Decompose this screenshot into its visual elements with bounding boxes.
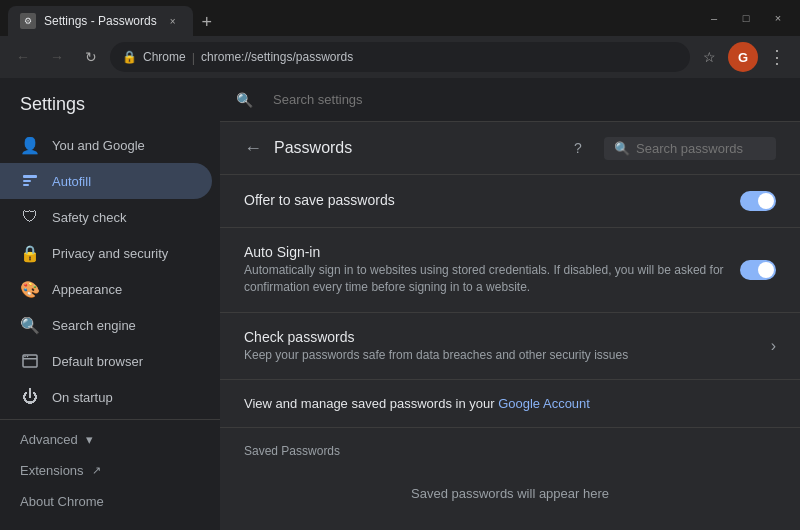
shield-check-icon: 🛡 bbox=[20, 207, 40, 227]
external-link-icon: ↗ bbox=[92, 464, 101, 477]
toolbar: ← → ↻ 🔒 Chrome | chrome://settings/passw… bbox=[0, 36, 800, 78]
panel-back-button[interactable]: ← bbox=[244, 138, 262, 159]
sidebar-label-safety-check: Safety check bbox=[52, 210, 126, 225]
close-window-button[interactable]: × bbox=[764, 4, 792, 32]
offer-save-title: Offer to save passwords bbox=[244, 192, 728, 208]
tab-close-button[interactable]: × bbox=[165, 13, 181, 29]
minimize-button[interactable]: – bbox=[700, 4, 728, 32]
passwords-panel: ← Passwords ? 🔍 Offer to save passwords … bbox=[220, 122, 800, 530]
sidebar-about-section[interactable]: About Chrome bbox=[0, 486, 220, 517]
window-controls: – □ × bbox=[700, 4, 792, 32]
tab-title: Settings - Passwords bbox=[44, 14, 157, 28]
google-account-link[interactable]: Google Account bbox=[498, 396, 590, 411]
svg-rect-0 bbox=[23, 175, 37, 178]
sidebar-label-privacy-security: Privacy and security bbox=[52, 246, 168, 261]
google-account-prefix: View and manage saved passwords in your bbox=[244, 396, 498, 411]
passwords-search-box[interactable]: 🔍 bbox=[604, 137, 776, 160]
lock-icon: 🔒 bbox=[122, 50, 137, 64]
svg-rect-4 bbox=[23, 358, 37, 360]
sidebar-label-search-engine: Search engine bbox=[52, 318, 136, 333]
never-saved-header: Never Saved bbox=[220, 521, 800, 530]
extensions-label: Extensions bbox=[20, 463, 84, 478]
maximize-button[interactable]: □ bbox=[732, 4, 760, 32]
empty-state-text: Saved passwords will appear here bbox=[411, 486, 609, 501]
omnibox-separator: | bbox=[192, 50, 195, 65]
chevron-down-icon: ▾ bbox=[86, 432, 93, 447]
sidebar-item-you-and-google[interactable]: 👤 You and Google bbox=[0, 127, 212, 163]
check-passwords-text: Check passwords Keep your passwords safe… bbox=[244, 329, 759, 364]
tab-favicon: ⚙ bbox=[20, 13, 36, 29]
sidebar-label-you-and-google: You and Google bbox=[52, 138, 145, 153]
sidebar: Settings 👤 You and Google Autofill 🛡 Saf… bbox=[0, 78, 220, 530]
settings-search-input[interactable] bbox=[261, 86, 784, 113]
lock-icon: 🔒 bbox=[20, 243, 40, 263]
titlebar: ⚙ Settings - Passwords × + – □ × bbox=[0, 0, 800, 36]
sidebar-item-autofill[interactable]: Autofill bbox=[0, 163, 212, 199]
google-account-text: View and manage saved passwords in your … bbox=[244, 396, 590, 411]
chevron-right-icon: › bbox=[771, 337, 776, 355]
sidebar-label-default-browser: Default browser bbox=[52, 354, 143, 369]
content-search-bar: 🔍 bbox=[220, 78, 800, 122]
sidebar-item-privacy-security[interactable]: 🔒 Privacy and security bbox=[0, 235, 212, 271]
svg-rect-2 bbox=[23, 184, 29, 186]
passwords-search-icon: 🔍 bbox=[614, 141, 630, 156]
svg-rect-1 bbox=[23, 180, 31, 182]
sidebar-extensions-section[interactable]: Extensions ↗ bbox=[0, 455, 220, 486]
omnibox-site: Chrome bbox=[143, 50, 186, 64]
check-passwords-title: Check passwords bbox=[244, 329, 759, 345]
active-tab[interactable]: ⚙ Settings - Passwords × bbox=[8, 6, 193, 36]
back-button[interactable]: ← bbox=[8, 42, 38, 72]
sidebar-title: Settings bbox=[0, 86, 220, 127]
new-tab-button[interactable]: + bbox=[193, 8, 221, 36]
bookmark-button[interactable]: ☆ bbox=[694, 42, 724, 72]
auto-signin-desc: Automatically sign in to websites using … bbox=[244, 262, 728, 296]
startup-icon: ⏻ bbox=[20, 387, 40, 407]
sidebar-divider bbox=[0, 419, 220, 420]
omnibox[interactable]: 🔒 Chrome | chrome://settings/passwords bbox=[110, 42, 690, 72]
main-layout: Settings 👤 You and Google Autofill 🛡 Saf… bbox=[0, 78, 800, 530]
omnibox-url: chrome://settings/passwords bbox=[201, 50, 678, 64]
sidebar-item-default-browser[interactable]: Default browser bbox=[0, 343, 212, 379]
offer-save-row: Offer to save passwords bbox=[220, 175, 800, 228]
sidebar-item-appearance[interactable]: 🎨 Appearance bbox=[0, 271, 212, 307]
panel-header: ← Passwords ? 🔍 bbox=[220, 122, 800, 175]
offer-save-text: Offer to save passwords bbox=[244, 192, 728, 210]
search-icon: 🔍 bbox=[20, 315, 40, 335]
refresh-button[interactable]: ↻ bbox=[76, 42, 106, 72]
advanced-label: Advanced bbox=[20, 432, 78, 447]
auto-signin-title: Auto Sign-in bbox=[244, 244, 728, 260]
svg-point-5 bbox=[24, 356, 26, 358]
sidebar-advanced-section[interactable]: Advanced ▾ bbox=[0, 424, 220, 455]
panel-title: Passwords bbox=[274, 139, 552, 157]
autofill-icon bbox=[20, 171, 40, 191]
sidebar-item-safety-check[interactable]: 🛡 Safety check bbox=[0, 199, 212, 235]
person-icon: 👤 bbox=[20, 135, 40, 155]
google-account-row: View and manage saved passwords in your … bbox=[220, 380, 800, 428]
offer-save-toggle[interactable] bbox=[740, 191, 776, 211]
saved-passwords-empty-state: Saved passwords will appear here bbox=[220, 466, 800, 521]
profile-button[interactable]: G bbox=[728, 42, 758, 72]
appearance-icon: 🎨 bbox=[20, 279, 40, 299]
auto-signin-toggle[interactable] bbox=[740, 260, 776, 280]
sidebar-label-on-startup: On startup bbox=[52, 390, 113, 405]
auto-signin-row: Auto Sign-in Automatically sign in to we… bbox=[220, 228, 800, 313]
svg-point-6 bbox=[27, 356, 29, 358]
search-icon: 🔍 bbox=[236, 92, 253, 108]
content-area: 🔍 ← Passwords ? 🔍 Offer to save password… bbox=[220, 78, 800, 530]
tab-area: ⚙ Settings - Passwords × + bbox=[8, 0, 700, 36]
check-passwords-desc: Keep your passwords safe from data breac… bbox=[244, 347, 759, 364]
chrome-menu-button[interactable]: ⋮ bbox=[762, 42, 792, 72]
sidebar-item-on-startup[interactable]: ⏻ On startup bbox=[0, 379, 212, 415]
auto-signin-text: Auto Sign-in Automatically sign in to we… bbox=[244, 244, 728, 296]
check-passwords-row[interactable]: Check passwords Keep your passwords safe… bbox=[220, 313, 800, 381]
passwords-search-input[interactable] bbox=[636, 141, 766, 156]
browser-icon bbox=[20, 351, 40, 371]
sidebar-label-autofill: Autofill bbox=[52, 174, 91, 189]
sidebar-item-search-engine[interactable]: 🔍 Search engine bbox=[0, 307, 212, 343]
forward-button[interactable]: → bbox=[42, 42, 72, 72]
sidebar-label-appearance: Appearance bbox=[52, 282, 122, 297]
saved-passwords-header: Saved Passwords bbox=[220, 428, 800, 466]
about-chrome-label: About Chrome bbox=[20, 494, 104, 509]
panel-help-button[interactable]: ? bbox=[564, 134, 592, 162]
